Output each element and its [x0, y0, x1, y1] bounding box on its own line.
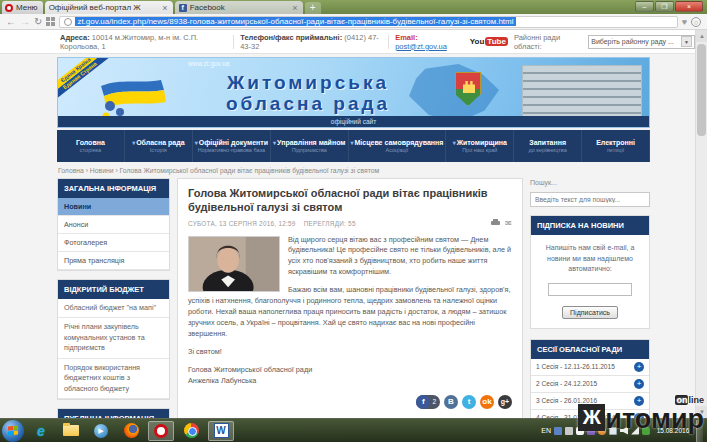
nav-item-oblast-council[interactable]: ▾Обласна радаІсторія [125, 130, 193, 162]
sidebar-item-procurement-plans[interactable]: Річні плани закупівель комунальних устан… [58, 318, 169, 358]
address-bar: ← → ↻ zt.gov.ua/index.php/news/8938-голо… [0, 14, 707, 30]
twitter-share-button[interactable]: t [462, 395, 476, 409]
district-council-select[interactable]: Виберіть районну раду ... ▼ [588, 35, 695, 49]
nav-item-local-government[interactable]: ▾Місцеве самоврядуванняАсоціації [349, 130, 447, 162]
sidebar-item-photo-gallery[interactable]: Фотогалерея [58, 234, 169, 252]
sidebar-item-announcements[interactable]: Анонси [58, 216, 169, 234]
expand-plus-icon[interactable]: + [634, 362, 644, 372]
site-title: Житомирська обласна рада [183, 72, 433, 114]
reload-icon[interactable]: ↻ [34, 15, 42, 29]
facebook-favicon-icon: f [179, 4, 187, 12]
tab-close-icon[interactable]: × [291, 3, 298, 13]
session-list-item[interactable]: 1 Сесія - 12.11-26.11.2015+ [531, 359, 649, 376]
odnoklassniki-share-button[interactable]: ok [480, 395, 494, 409]
nav-item-property-management[interactable]: ▾Управління майномПідприємства [271, 130, 348, 162]
tray-app-icon[interactable] [554, 427, 562, 435]
district-label: Районні ради області: [514, 33, 582, 51]
nav-item-home[interactable]: Головнасторінка [57, 130, 125, 162]
youtube-logo-icon[interactable]: YouTube [470, 37, 508, 46]
article-body: Від щирого серця вітаю вас з професійним… [188, 235, 512, 409]
search-label: Пошук... [530, 179, 650, 186]
sidebar-item-budget-map[interactable]: Обласний бюджет "на мапі" [58, 299, 169, 318]
site-badge-icon[interactable] [64, 18, 72, 26]
official-site-label: офіційний сайт [58, 116, 649, 127]
chevron-down-icon: ▾ [453, 140, 456, 146]
main-navigation: Головнасторінка ▾Обласна радаІсторія ▾Оф… [57, 130, 650, 162]
sidebar-item-budget-funds[interactable]: Порядок використання бюджетних коштів з … [58, 359, 169, 399]
article-views: ПЕРЕГЛЯДИ: 55 [304, 220, 356, 227]
desktop: Меню Офіційний веб-портал Ж × f Facebook… [0, 0, 707, 442]
chevron-down-icon: ▾ [195, 140, 198, 146]
sidebar-item-live-stream[interactable]: Пряма трансляція [58, 252, 169, 270]
council-building-photo [523, 66, 641, 118]
nav-item-official-documents[interactable]: ▾Офіційні документиНормативно-правова ба… [193, 130, 271, 162]
opera-menu-button[interactable]: Меню [2, 1, 43, 14]
sidebar-item-news[interactable]: Новини [58, 198, 169, 216]
tray-app-icon[interactable] [565, 427, 573, 435]
article-column: Голова Житомирської обласної ради вітає … [177, 178, 523, 418]
article-meta: СУБОТА, 13 СЕРПНЯ 2016, 12:59 ПЕРЕГЛЯДИ:… [188, 219, 512, 228]
vkontakte-share-button[interactable]: В [444, 395, 458, 409]
nav-item-zhytomyrshchyna[interactable]: ▾ЖитомирщинаПро наш край [446, 130, 514, 162]
article-paragraph: Зі святом! [188, 347, 512, 358]
watermark-zh-letter: Ж [578, 404, 605, 431]
browser-viewport: Адреса: 10014 м.Житомир, м-н ім. С.П. Ко… [0, 30, 707, 418]
scrollbar-thumb[interactable] [697, 44, 706, 136]
public-info-title: ПУБЛІЧНА ІНФОРМАЦІЯ [58, 409, 169, 418]
subscribe-button[interactable]: Підписатись [562, 306, 618, 319]
taskbar-chrome[interactable] [178, 421, 204, 441]
taskbar-media-player[interactable]: ▶ [88, 421, 114, 441]
divider [388, 35, 389, 49]
news-article: Голова Житомирської обласної ради вітає … [177, 178, 523, 418]
speed-dial-icon[interactable] [46, 17, 55, 26]
new-tab-button[interactable]: + [305, 2, 321, 14]
url-text[interactable]: zt.gov.ua/index.php/news/8938-голова-жит… [75, 17, 515, 26]
session-list-item[interactable]: 2 Сесія - 24.12.2015+ [531, 376, 649, 393]
sync-icon[interactable]: ○ [691, 17, 701, 27]
search-input[interactable] [530, 192, 650, 207]
minimize-button[interactable]: – [635, 1, 654, 12]
word-icon: W [214, 423, 229, 438]
firefox-icon [124, 423, 139, 438]
open-budget-box: ВІДКРИТИЙ БЮДЖЕТ Обласний бюджет "на мап… [57, 279, 170, 400]
subscribe-title: ПІДПИСКА НА НОВИНИ [531, 216, 649, 235]
chevron-down-icon: ▾ [351, 140, 354, 146]
bookmark-heart-icon[interactable]: ♥ [682, 17, 687, 27]
taskbar-file-explorer[interactable] [58, 421, 84, 441]
browser-tab-facebook[interactable]: f Facebook × [175, 1, 303, 14]
tab-close-icon[interactable]: × [161, 3, 168, 13]
maximize-button[interactable]: ❐ [655, 1, 674, 12]
subscribe-email-input[interactable] [548, 283, 632, 296]
back-icon[interactable]: ← [6, 15, 16, 29]
expand-plus-icon[interactable]: + [634, 379, 644, 389]
browser-tab-active[interactable]: Офіційний веб-портал Ж × [45, 1, 173, 14]
googleplus-share-button[interactable]: g+ [498, 395, 512, 409]
chairwoman-photo [188, 236, 280, 292]
taskbar-internet-explorer[interactable]: e [28, 421, 54, 441]
facebook-share-button[interactable]: f 2 [416, 395, 440, 409]
taskbar-firefox[interactable] [118, 421, 144, 441]
taskbar-word-active[interactable]: W [208, 421, 234, 441]
media-player-icon: ▶ [94, 424, 108, 438]
sessions-title: СЕСІЇ ОБЛАСНОЇ РАДИ [531, 340, 649, 359]
email-link[interactable]: post@zt.gov.ua [395, 42, 447, 51]
language-indicator[interactable]: EN [541, 427, 551, 434]
facebook-icon: f [416, 395, 430, 409]
close-button[interactable]: × [675, 1, 703, 12]
email-icon[interactable]: ✉ [505, 219, 512, 228]
chevron-down-icon: ▼ [681, 36, 692, 47]
forward-icon[interactable]: → [20, 15, 30, 29]
url-input[interactable]: zt.gov.ua/index.php/news/8938-голова-жит… [59, 16, 677, 28]
address-text: Адреса: 10014 м.Житомир, м-н ім. С.П. Ко… [60, 33, 227, 51]
nav-item-petitions[interactable]: Електронніпетиції [582, 130, 650, 162]
watermark-text: итомир online [605, 408, 704, 431]
open-budget-title: ВІДКРИТИЙ БЮДЖЕТ [58, 280, 169, 299]
scroll-up-icon[interactable]: ▲ [696, 30, 707, 42]
nav-item-questions[interactable]: Запитаннядо керівництва [514, 130, 582, 162]
print-icon[interactable] [491, 219, 500, 227]
chrome-icon [184, 423, 199, 438]
start-button[interactable] [2, 420, 24, 442]
public-info-box: ПУБЛІЧНА ІНФОРМАЦІЯ [57, 408, 170, 418]
taskbar-opera-active[interactable] [148, 421, 174, 441]
page-scrollbar[interactable]: ▲ ▼ [695, 30, 707, 418]
